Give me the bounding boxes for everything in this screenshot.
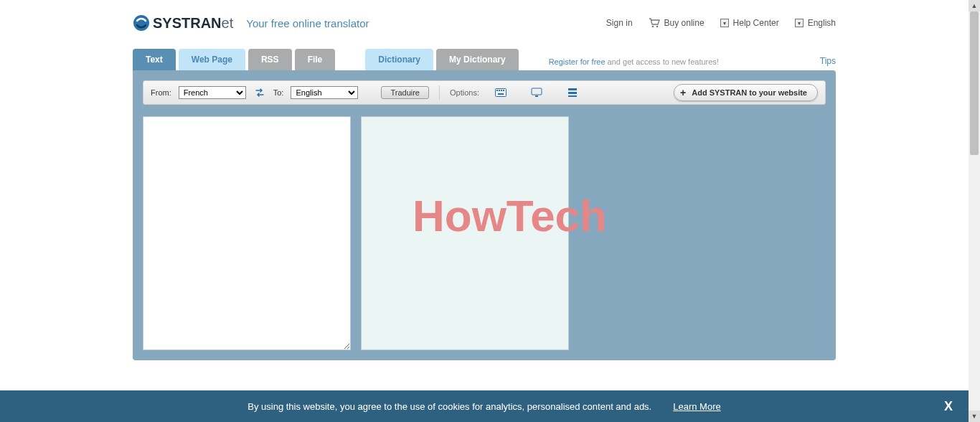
scroll-thumb[interactable] bbox=[970, 11, 979, 155]
target-text-area bbox=[361, 116, 569, 350]
dropdown-icon: ▾ bbox=[720, 19, 729, 27]
header: SYSTRANet Your free online translator Si… bbox=[133, 0, 836, 49]
tips-link[interactable]: Tips bbox=[820, 56, 836, 66]
logo[interactable]: SYSTRANet bbox=[133, 14, 233, 32]
svg-rect-8 bbox=[498, 93, 504, 95]
svg-rect-5 bbox=[499, 90, 500, 91]
options-label: Options: bbox=[450, 88, 479, 97]
tagline: Your free online translator bbox=[246, 17, 369, 29]
tab-mydictionary[interactable]: My Dictionary bbox=[436, 49, 519, 70]
svg-rect-6 bbox=[501, 90, 502, 91]
cookie-text: By using this website, you agree to the … bbox=[248, 401, 651, 412]
tab-text[interactable]: Text bbox=[133, 49, 176, 70]
svg-point-1 bbox=[651, 26, 654, 28]
help-center-link[interactable]: ▾ Help Center bbox=[720, 18, 779, 28]
from-label: From: bbox=[151, 88, 171, 97]
svg-rect-7 bbox=[503, 90, 504, 91]
to-label: To: bbox=[273, 88, 284, 97]
svg-rect-9 bbox=[532, 88, 542, 95]
option-screen-icon[interactable] bbox=[531, 88, 542, 98]
plus-icon: + bbox=[680, 87, 686, 98]
tab-rss[interactable]: RSS bbox=[248, 49, 292, 70]
signin-link[interactable]: Sign in bbox=[606, 18, 633, 28]
cookie-learn-more[interactable]: Learn More bbox=[673, 401, 720, 412]
buy-online-label: Buy online bbox=[664, 18, 705, 28]
translate-button[interactable]: Traduire bbox=[381, 86, 429, 99]
svg-rect-11 bbox=[568, 88, 577, 90]
tab-webpage[interactable]: Web Page bbox=[179, 49, 245, 70]
svg-point-2 bbox=[656, 26, 658, 28]
svg-rect-4 bbox=[496, 90, 498, 91]
option-list-icon[interactable] bbox=[567, 88, 578, 98]
svg-rect-10 bbox=[535, 95, 538, 97]
svg-point-0 bbox=[133, 15, 149, 31]
language-label: English bbox=[808, 18, 836, 28]
register-rest: and get access to new features! bbox=[606, 57, 719, 66]
from-language-select[interactable]: French bbox=[179, 86, 246, 99]
add-systran-button[interactable]: + Add SYSTRAN to your website bbox=[674, 84, 818, 101]
swap-languages-button[interactable] bbox=[253, 86, 266, 99]
language-selector[interactable]: ▾ English bbox=[795, 18, 836, 28]
scroll-down-button[interactable]: ▼ bbox=[969, 411, 980, 422]
option-keyboard-icon[interactable] bbox=[495, 88, 507, 98]
svg-rect-13 bbox=[568, 95, 577, 97]
help-center-label: Help Center bbox=[733, 18, 779, 28]
vertical-scrollbar[interactable]: ▲ ▼ bbox=[969, 0, 980, 422]
to-language-select[interactable]: English bbox=[291, 86, 358, 99]
source-text-area[interactable] bbox=[143, 116, 351, 350]
brand-text: SYSTRANet bbox=[153, 15, 233, 32]
separator bbox=[439, 85, 440, 100]
swap-icon bbox=[254, 87, 265, 98]
main-panel: From: French To: English bbox=[133, 70, 836, 360]
tab-dictionary[interactable]: Dictionary bbox=[365, 49, 433, 70]
register-link[interactable]: Register for free bbox=[549, 57, 606, 66]
cart-icon bbox=[649, 18, 660, 28]
tabs: Text Web Page RSS File Dictionary My Dic… bbox=[133, 49, 836, 70]
buy-online-link[interactable]: Buy online bbox=[649, 18, 705, 28]
dropdown-icon: ▾ bbox=[795, 19, 804, 27]
register-text: Register for free and get access to new … bbox=[549, 57, 719, 66]
scroll-up-button[interactable]: ▲ bbox=[969, 0, 980, 11]
logo-icon bbox=[133, 14, 150, 32]
add-systran-label: Add SYSTRAN to your website bbox=[692, 88, 807, 97]
cookie-close-button[interactable]: X bbox=[944, 399, 953, 414]
toolbar: From: French To: English bbox=[143, 80, 826, 105]
cookie-banner: By using this website, you agree to the … bbox=[0, 390, 969, 422]
svg-rect-12 bbox=[568, 92, 577, 94]
tab-file[interactable]: File bbox=[295, 49, 336, 70]
